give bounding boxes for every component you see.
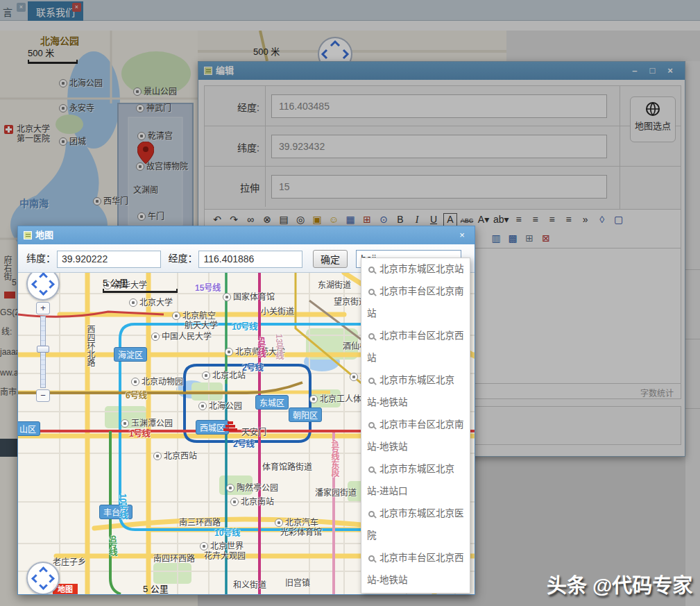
pan-right-icon[interactable] [46, 280, 55, 289]
district-badge: 山区 [18, 421, 40, 436]
district-badge: 东城区 [255, 395, 289, 410]
label-text: 13号线 [274, 334, 284, 360]
district-badge: 海淀区 [114, 347, 147, 362]
poi-icon [153, 452, 162, 460]
map-poi-label: 中国人民大学 [151, 330, 212, 342]
pan-up-icon[interactable] [39, 273, 48, 281]
suggestion-item[interactable]: 北京市丰台区北京南站-地铁站 [361, 414, 470, 458]
district-badge: 朝阳区 [289, 407, 322, 422]
label-text: 10号线 [214, 528, 240, 538]
poi-icon [121, 419, 129, 428]
search-icon [368, 333, 375, 339]
label-text: 旧宫镇 [285, 578, 310, 588]
map-label: 10号线 [232, 320, 257, 332]
label-text: 国家体育馆 [233, 292, 275, 302]
suggestion-text: 北京市东城区北京站-进站口 [367, 464, 454, 496]
zoom-slider-handle[interactable] [37, 346, 49, 353]
confirm-button[interactable]: 确定 [313, 250, 348, 268]
suggestion-text: 北京市丰台区北京南站 [367, 286, 464, 319]
label-text: 东城区 [259, 398, 284, 408]
suggestion-item[interactable]: 北京市丰台区北京西站 [361, 325, 470, 369]
map-scale-bottom: 5 公里 [143, 582, 219, 594]
label-text: 西四环北路 [85, 325, 95, 367]
label-text: 东湖街道 [318, 280, 351, 290]
suggestion-text: 北京市东城区北京医院 [367, 508, 464, 541]
label-text: 4号线东段 [330, 439, 339, 478]
map-lat-label: 纬度： [26, 253, 56, 264]
label-text: 北京大学 [139, 298, 173, 308]
map-label: 小关街道 [261, 305, 294, 317]
suggestion-text: 北京市东城区北京站-地铁站 [367, 375, 454, 407]
label-text: 北京动物园 [142, 377, 183, 387]
map-poi-label: 北京南站 [230, 495, 274, 507]
suggestion-text: 北京市丰台区北京西站 [367, 330, 464, 363]
map-poi-label: 陶然亭公园 [226, 481, 278, 493]
poi-icon [172, 312, 180, 320]
search-icon [368, 267, 375, 273]
search-icon [368, 289, 375, 295]
zoom-in-button[interactable]: + [36, 302, 50, 314]
suggestion-item[interactable]: 北京市丰台区北京西站-地铁站 [361, 547, 470, 591]
zoom-slider-track[interactable] [40, 316, 46, 388]
suggestion-item[interactable]: 北京市东城区北京医院 [361, 503, 470, 547]
map-poi-label: 国家体育馆 [223, 290, 275, 302]
map-scale-top: 5 公里 [103, 276, 179, 293]
label-text: 6号线 [126, 391, 147, 401]
pan-control-bottom[interactable] [26, 562, 60, 594]
tiananmen-icon [223, 421, 237, 431]
poi-icon [131, 378, 139, 386]
suggestion-item[interactable]: 北京市东城区北京站-进站口 [361, 458, 470, 503]
label-text: 10号线 [118, 494, 128, 519]
label-text: 9号线 [108, 535, 117, 557]
search-icon [368, 378, 375, 384]
map-label: 1号线 [129, 427, 151, 439]
label-text: 朝阳区 [293, 411, 318, 421]
pan-right-icon[interactable] [46, 574, 55, 583]
poi-icon [230, 498, 239, 506]
pan-left-icon[interactable] [31, 280, 40, 289]
map-dialog-titlebar[interactable]: 地图 [18, 226, 475, 244]
map-label: 老庄子乡 [53, 555, 86, 567]
search-suggestions-dropdown: 北京市东城区北京站北京市丰台区北京南站北京市丰台区北京西站北京市东城区北京站-地… [361, 258, 470, 594]
label-text: 体育馆路街道 [262, 462, 312, 472]
label-text: 中国人民大学 [162, 332, 212, 342]
poi-icon [151, 333, 160, 341]
map-lng-field[interactable] [198, 251, 302, 268]
pan-up-icon[interactable] [39, 566, 48, 575]
map-poi-label: 北京北站 [202, 369, 246, 380]
map-dialog-title: 地图 [35, 230, 53, 240]
suggestion-item[interactable]: 北京市东城区北京站 [361, 258, 470, 280]
poi-icon [202, 371, 210, 380]
map-poi-label: 北京西站 [153, 449, 197, 461]
suggestion-item[interactable]: 北京市丰台区北京南站 [361, 280, 470, 325]
label-text: 小关街道 [261, 307, 294, 317]
map-lat-field[interactable] [57, 251, 161, 268]
map-label: 2号线 [233, 437, 255, 449]
pan-left-icon[interactable] [31, 574, 40, 583]
suggestion-text: 北京市丰台区北京南站-地铁站 [367, 419, 464, 452]
pan-down-icon[interactable] [39, 287, 48, 296]
zoom-control: + − [36, 302, 50, 402]
label-text: 2号线 [233, 439, 255, 449]
label-text: 北京西站 [164, 451, 197, 461]
screen: 言 × 联系我们 × 500 米 北海公园北海公园景山公园永安寺北京大学第一医院… [0, 0, 700, 606]
poi-icon [309, 395, 318, 403]
label-text: 西城区 [200, 423, 225, 433]
map-label: 花卉大观园 [204, 549, 246, 561]
map-label: 潘家园街道 [315, 486, 357, 498]
map-label: 南四环西路 [153, 552, 195, 564]
close-button[interactable]: × [455, 226, 469, 244]
search-icon [368, 555, 375, 562]
poi-icon [129, 298, 137, 307]
pan-down-icon[interactable] [39, 581, 48, 590]
map-label: 光彩体育馆 [280, 525, 322, 537]
label-text: 北海公园 [209, 401, 242, 411]
suggestion-item[interactable]: 北京市东城区北京站-地铁站 [361, 369, 470, 414]
label-text: 和义街道 [233, 580, 266, 590]
label-text: 15号线 [195, 283, 221, 293]
map-label: 4号线东段 [329, 439, 341, 478]
window-icon [24, 231, 32, 239]
map-label: 9号线 [107, 535, 119, 557]
zoom-out-button[interactable]: − [36, 389, 50, 402]
poi-icon [223, 293, 231, 301]
